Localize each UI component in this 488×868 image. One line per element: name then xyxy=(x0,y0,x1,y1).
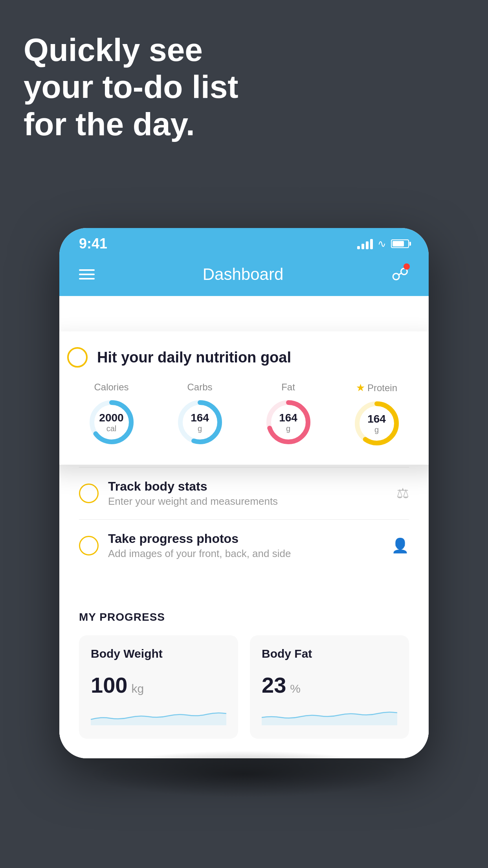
calories-item: Calories 2000 cal xyxy=(86,382,137,448)
body-stats-title: Track body stats xyxy=(108,479,387,494)
body-fat-card[interactable]: Body Fat 23 % xyxy=(250,635,409,739)
status-bar: 9:41 ∿ xyxy=(59,228,429,256)
app-header: Dashboard ☍ xyxy=(59,256,429,296)
body-fat-graph xyxy=(262,706,397,725)
my-progress-section: MY PROGRESS Body Weight 100 kg xyxy=(59,587,429,758)
body-weight-unit: kg xyxy=(131,682,144,695)
things-today-section: THINGS TO DO TODAY Hit your daily nutrit… xyxy=(59,312,429,758)
calories-value: 2000 cal xyxy=(99,412,123,433)
body-fat-value: 23 xyxy=(262,672,286,698)
body-fat-unit: % xyxy=(290,682,301,695)
protein-value: 164 g xyxy=(367,413,386,434)
calories-label: Calories xyxy=(94,382,128,393)
body-weight-card-title: Body Weight xyxy=(91,647,226,660)
my-progress-title: MY PROGRESS xyxy=(79,611,409,623)
fat-item: Fat 164 g xyxy=(263,382,314,448)
wifi-icon: ∿ xyxy=(378,238,386,250)
phone-shadow xyxy=(87,750,401,798)
body-weight-graph xyxy=(91,706,226,725)
carbs-value: 164 g xyxy=(191,412,209,433)
body-fat-value-row: 23 % xyxy=(262,672,397,698)
calories-donut: 2000 cal xyxy=(86,397,137,448)
hero-headline: Quickly see your to-do list for the day. xyxy=(24,31,238,143)
todo-track-body-stats[interactable]: Track body stats Enter your weight and m… xyxy=(79,467,409,519)
protein-label: ★ Protein xyxy=(356,382,397,394)
page-title: Dashboard xyxy=(203,265,283,284)
body-stats-content: Track body stats Enter your weight and m… xyxy=(108,479,387,508)
nutrition-circles: Calories 2000 cal xyxy=(67,382,421,449)
nutrition-card-header: Hit your daily nutrition goal xyxy=(67,347,421,368)
body-weight-value-row: 100 kg xyxy=(91,672,226,698)
nutrition-card-title: Hit your daily nutrition goal xyxy=(97,349,291,366)
battery-icon xyxy=(391,239,409,248)
body-fat-card-title: Body Fat xyxy=(262,647,397,660)
body-weight-card[interactable]: Body Weight 100 kg xyxy=(79,635,238,739)
protein-item: ★ Protein 164 g xyxy=(351,382,402,449)
fat-donut: 164 g xyxy=(263,397,314,448)
carbs-item: Carbs 164 g xyxy=(174,382,226,448)
nutrition-radio[interactable] xyxy=(67,347,88,368)
fat-value: 164 g xyxy=(279,412,297,433)
signal-icon xyxy=(357,238,373,249)
protein-star-icon: ★ xyxy=(356,382,365,394)
todo-progress-photos[interactable]: Take progress photos Add images of your … xyxy=(79,519,409,572)
status-icons: ∿ xyxy=(357,238,409,250)
carbs-label: Carbs xyxy=(187,382,212,393)
menu-button[interactable] xyxy=(79,269,95,280)
content-area: THINGS TO DO TODAY Hit your daily nutrit… xyxy=(59,296,429,758)
progress-photos-radio[interactable] xyxy=(79,536,99,555)
body-stats-radio[interactable] xyxy=(79,484,99,503)
notification-badge xyxy=(404,263,410,270)
person-icon: 👤 xyxy=(391,537,409,554)
fat-label: Fat xyxy=(281,382,295,393)
phone-screen: 9:41 ∿ Dashboard xyxy=(59,228,429,758)
notification-button[interactable]: ☍ xyxy=(391,264,409,284)
status-time: 9:41 xyxy=(79,235,107,252)
scale-icon: ⚖ xyxy=(396,485,409,502)
phone-mockup: 9:41 ∿ Dashboard xyxy=(59,228,429,758)
progress-cards: Body Weight 100 kg Body Fat xyxy=(79,635,409,739)
nutrition-card[interactable]: Hit your daily nutrition goal Calories xyxy=(59,331,429,465)
protein-donut: 164 g xyxy=(351,398,402,449)
body-weight-value: 100 xyxy=(91,672,127,698)
body-stats-subtitle: Enter your weight and measurements xyxy=(108,495,387,508)
progress-photos-content: Take progress photos Add images of your … xyxy=(108,531,382,560)
carbs-donut: 164 g xyxy=(174,397,226,448)
progress-photos-title: Take progress photos xyxy=(108,531,382,546)
progress-photos-subtitle: Add images of your front, back, and side xyxy=(108,548,382,560)
